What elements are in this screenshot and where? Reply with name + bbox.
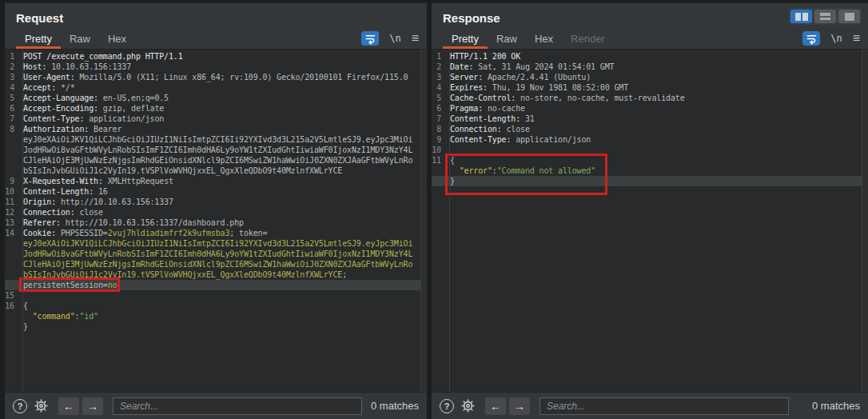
code-text: persistentSession=no — [18, 280, 117, 290]
gear-icon — [460, 398, 476, 413]
code-text: Accept-Encoding: gzip, deflate — [18, 103, 164, 114]
layout-switcher — [789, 8, 862, 25]
code-text: Pragma: no-cache — [445, 103, 525, 114]
code-line: 9X-Requested-With: XMLHttpRequest — [5, 176, 427, 186]
code-line: 7Content-Type: application/json — [5, 114, 427, 124]
code-text: Connection: close — [18, 207, 103, 217]
word-wrap-button[interactable] — [802, 31, 820, 46]
code-line: 9Content-Type: application/json — [432, 134, 868, 145]
line-number: 9 — [432, 134, 445, 145]
code-line: 1POST /execute_command.php HTTP/1.1 — [5, 51, 427, 62]
gutter-divider — [22, 50, 23, 392]
response-match-count: 0 matches — [812, 400, 860, 412]
code-line: 16{ — [5, 301, 427, 311]
code-text: User-Agent: Mozilla/5.0 (X11; Linux x86_… — [18, 72, 408, 82]
response-tab-raw[interactable]: Raw — [488, 28, 526, 49]
code-text: Content-Type: application/json — [18, 114, 164, 124]
line-number: 4 — [5, 82, 18, 93]
request-tab-raw[interactable]: Raw — [61, 28, 99, 49]
code-text: Expires: Thu, 19 Nov 1981 08:52:00 GMT — [445, 82, 628, 93]
request-tab-hex[interactable]: Hex — [99, 28, 135, 49]
code-line: eyJ0eXAiOiJKV1QiLCJhbGciOiJIUzI1NiIsImtp… — [5, 134, 427, 145]
line-number: 9 — [5, 176, 18, 186]
line-number: 12 — [5, 207, 18, 217]
response-code: 1HTTP/1.1 200 OK2Date: Sat, 31 Aug 2024 … — [432, 50, 868, 186]
code-text: CJleHAiOjE3MjUwNzEzNjgsImRhdGEiOnsidXNlc… — [18, 259, 412, 269]
request-editor[interactable]: 1POST /execute_command.php HTTP/1.12Host… — [5, 50, 427, 392]
search-previous-button[interactable]: ← — [485, 397, 506, 415]
line-number — [5, 311, 18, 321]
code-text: Host: 10.10.63.156:1337 — [18, 62, 131, 72]
request-scrollbar[interactable] — [420, 50, 427, 392]
code-line: 10Content-Length: 16 — [5, 186, 427, 197]
search-next-button[interactable]: → — [82, 397, 103, 415]
code-line: JodHRwOi8vaGFtbWVyLnRobSIsImF1ZCI6Imh0dH… — [5, 145, 427, 155]
editor-menu-icon[interactable]: ≡ — [412, 32, 419, 45]
line-number: 8 — [5, 124, 18, 134]
editor-menu-icon[interactable]: ≡ — [853, 32, 860, 45]
code-text: CJleHAiOjE3MjUwNzEzNjgsImRhdGEiOnsidXNlc… — [18, 155, 412, 166]
code-text: "error":"Command not allowed" — [445, 166, 595, 176]
code-line: "error":"Command not allowed" — [432, 166, 868, 176]
search-next-button[interactable]: → — [509, 397, 530, 415]
response-search-input[interactable] — [540, 397, 789, 415]
line-number: 6 — [5, 103, 18, 114]
line-number — [5, 269, 18, 280]
word-wrap-icon — [806, 33, 818, 45]
request-search-input[interactable] — [113, 397, 362, 415]
search-settings-gear-icon[interactable] — [460, 398, 476, 413]
code-line: 13Referer: http://10.10.63.156:1337/dash… — [5, 217, 427, 228]
line-number — [432, 176, 445, 186]
request-search-bar: ? ← → 0 matches — [5, 392, 427, 419]
layout-rows-button[interactable] — [814, 10, 836, 23]
line-number: 11 — [432, 155, 445, 166]
show-newlines-icon[interactable]: \n — [389, 33, 400, 44]
line-number: 15 — [5, 290, 18, 301]
annotation-box-inline: persistentSession=no — [23, 280, 117, 290]
response-scrollbar[interactable] — [862, 50, 868, 392]
line-number: 10 — [432, 145, 445, 155]
request-tab-pretty[interactable]: Pretty — [16, 28, 61, 49]
response-editor[interactable]: 1HTTP/1.1 200 OK2Date: Sat, 31 Aug 2024 … — [432, 50, 868, 392]
code-line: CJleHAiOjE3MjUwNzEzNjgsImRhdGEiOnsidXNlc… — [5, 259, 427, 269]
search-previous-button[interactable]: ← — [58, 397, 79, 415]
response-tab-pretty[interactable]: Pretty — [443, 28, 488, 49]
request-panel-header: Request Pretty Raw Hex — [5, 3, 427, 50]
line-number: 1 — [5, 51, 18, 62]
line-number — [5, 259, 18, 269]
response-tab-render: Render — [562, 28, 614, 49]
line-number: 16 — [5, 301, 18, 311]
code-text: Content-Type: application/json — [445, 134, 591, 145]
rows-layout-icon — [820, 13, 830, 20]
request-panel-title: Request — [5, 3, 427, 28]
code-line: 7Content-Length: 31 — [432, 114, 868, 124]
line-number: 2 — [432, 62, 445, 72]
line-number: 10 — [5, 186, 18, 197]
code-text: eyJ0eXAiOiJKV1QiLCJhbGciOiJIUzI1NiIsImtp… — [18, 134, 412, 145]
request-tabbar: Pretty Raw Hex \n ≡ — [5, 28, 427, 49]
code-text: Server: Apache/2.4.41 (Ubuntu) — [445, 72, 591, 82]
show-newlines-icon[interactable]: \n — [830, 33, 842, 44]
code-line: 2Host: 10.10.63.156:1337 — [5, 62, 427, 72]
code-line: 1HTTP/1.1 200 OK — [432, 51, 868, 62]
code-line: 4Expires: Thu, 19 Nov 1981 08:52:00 GMT — [432, 82, 868, 93]
help-icon[interactable]: ? — [13, 399, 27, 413]
line-number: 5 — [432, 93, 445, 103]
code-text: Cookie: PHPSESSID=2vuj7hldiadimfrf2k9ufm… — [18, 228, 267, 238]
line-number: 5 — [5, 93, 18, 103]
response-tab-hex[interactable]: Hex — [526, 28, 562, 49]
single-pane-icon — [845, 13, 854, 21]
layout-columns-button[interactable] — [790, 10, 812, 23]
response-panel: Response Pretty Raw Hex Render — [432, 3, 868, 419]
word-wrap-button[interactable] — [361, 31, 379, 46]
line-number: 3 — [5, 72, 18, 82]
search-settings-gear-icon[interactable] — [34, 398, 49, 413]
code-line: 2Date: Sat, 31 Aug 2024 01:54:01 GMT — [432, 62, 868, 72]
code-text: Date: Sat, 31 Aug 2024 01:54:01 GMT — [445, 62, 614, 72]
layout-single-button[interactable] — [838, 10, 860, 23]
code-line: 3User-Agent: Mozilla/5.0 (X11; Linux x86… — [5, 72, 427, 82]
help-icon[interactable]: ? — [440, 399, 454, 413]
response-tabbar: Pretty Raw Hex Render \n — [432, 28, 868, 49]
code-line: 8Authorization: Bearer — [5, 124, 427, 134]
line-number: 14 — [5, 228, 18, 238]
